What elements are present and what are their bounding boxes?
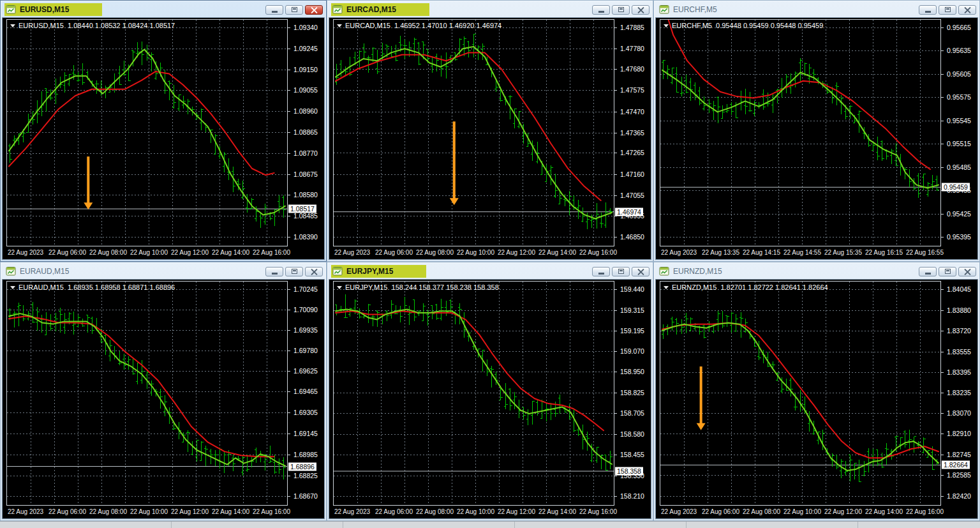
price-scale[interactable]: 1.702451.700901.699351.697801.696251.694…	[288, 281, 324, 506]
time-axis-label: 22 Aug 06:00	[702, 508, 739, 515]
window-title: EURJPY,M15	[346, 267, 393, 276]
minimize-button[interactable]	[265, 5, 283, 15]
price-tick	[614, 331, 617, 331]
close-button[interactable]	[958, 5, 976, 15]
chart-info-line[interactable]: EURNZD,M15 1.82701 1.82722 1.82641 1.826…	[664, 283, 828, 291]
price-tick-label: 1.69935	[293, 326, 318, 334]
price-tick	[941, 144, 944, 144]
price-tick-label: 1.70090	[293, 306, 318, 313]
close-button[interactable]	[632, 267, 650, 276]
time-axis[interactable]: 22 Aug 202322 Aug 06:0022 Aug 08:0022 Au…	[6, 246, 324, 259]
window-title-group: EURUSD,M15	[4, 3, 102, 16]
time-axis[interactable]: 22 Aug 202322 Aug 06:0022 Aug 08:0022 Au…	[660, 506, 977, 518]
price-tick	[288, 27, 290, 28]
restore-button[interactable]	[612, 5, 630, 15]
time-axis-label: 22 Aug 15:35	[824, 249, 862, 256]
restore-button[interactable]	[285, 267, 303, 276]
window-titlebar[interactable]: EURNZD,M15	[655, 264, 978, 279]
chart-canvas[interactable]	[334, 282, 614, 505]
price-tick	[614, 434, 617, 435]
time-axis-label: 22 Aug 2023	[334, 249, 370, 256]
chart-info-line[interactable]: EURJPY,M15 158.244 158.377 158.238 158.3…	[337, 283, 499, 291]
minimize-button[interactable]	[265, 267, 283, 276]
minimize-icon	[272, 11, 278, 13]
minimize-icon	[925, 11, 931, 13]
chart-area[interactable]: EURCAD,M15 1.46952 1.47010 1.46920 1.469…	[329, 17, 651, 260]
window-titlebar[interactable]: EURCHF,M5	[655, 2, 978, 17]
close-button[interactable]	[305, 5, 323, 15]
chart-canvas[interactable]	[660, 20, 940, 246]
chart-area[interactable]: EURNZD,M15 1.82701 1.82722 1.82641 1.826…	[655, 279, 978, 519]
chart-plot[interactable]: EURJPY,M15 158.244 158.377 158.238 158.3…	[333, 281, 614, 506]
chart-icon	[332, 266, 343, 276]
price-tick-label: 1.69625	[293, 367, 318, 375]
chart-info-line[interactable]: EURAUD,M15 1.68935 1.68958 1.68871 1.688…	[10, 283, 175, 291]
time-axis[interactable]: 22 Aug 202322 Aug 06:0022 Aug 08:0022 Au…	[6, 506, 324, 518]
restore-button[interactable]	[612, 267, 630, 276]
chevron-down-icon[interactable]	[664, 24, 669, 27]
time-axis-label: 22 Aug 16:00	[579, 249, 617, 256]
price-tick	[288, 153, 290, 154]
chevron-down-icon[interactable]	[664, 286, 669, 289]
window-titlebar[interactable]: EURUSD,M15	[2, 2, 325, 17]
chevron-down-icon[interactable]	[337, 286, 342, 289]
chevron-down-icon[interactable]	[10, 286, 15, 289]
price-tick-label: 1.47365	[620, 129, 644, 137]
price-tick	[941, 496, 944, 497]
chart-info-line[interactable]: EURUSD,M15 1.08440 1.08532 1.08424 1.085…	[10, 22, 175, 29]
time-axis[interactable]: 22 Aug 202322 Aug 06:0022 Aug 08:0022 Au…	[333, 246, 651, 259]
restore-button[interactable]	[939, 5, 956, 15]
window-titlebar[interactable]: EURCAD,M15	[329, 2, 651, 17]
chart-info-line[interactable]: EURCAD,M15 1.46952 1.47010 1.46920 1.469…	[337, 22, 501, 29]
chart-canvas[interactable]	[660, 282, 940, 505]
time-axis-label: 22 Aug 12:00	[171, 249, 209, 256]
price-scale[interactable]: 1.840451.838801.837201.835551.833951.832…	[941, 281, 977, 506]
chevron-down-icon[interactable]	[10, 24, 15, 27]
chart-window: EURNZD,M15 EURNZD,M15 1.82701 1.82722 1.…	[653, 262, 980, 521]
time-axis-label: 22 Aug 14:55	[783, 249, 821, 256]
chevron-down-icon[interactable]	[337, 24, 342, 27]
chart-area[interactable]: EURJPY,M15 158.244 158.377 158.238 158.3…	[329, 279, 651, 519]
price-scale[interactable]: 1.093401.092451.091501.090551.089601.088…	[288, 19, 324, 246]
chart-canvas[interactable]	[334, 20, 614, 246]
minimize-button[interactable]	[592, 5, 610, 15]
chart-area[interactable]: EURCHF,M5 0.95448 0.95459 0.95448 0.9545…	[655, 17, 978, 260]
time-axis-label: 22 Aug 2023	[334, 508, 370, 515]
close-button[interactable]	[305, 267, 323, 276]
window-titlebar[interactable]: EURAUD,M15	[2, 264, 325, 279]
close-icon	[311, 268, 318, 275]
window-titlebar[interactable]: EURJPY,M15	[329, 264, 651, 279]
price-scale[interactable]: 159.440159.315159.195159.070158.950158.8…	[614, 281, 651, 506]
chart-area[interactable]: EURUSD,M15 1.08440 1.08532 1.08424 1.085…	[2, 17, 325, 260]
current-price-badge: 158.358	[615, 467, 643, 476]
restore-button[interactable]	[285, 5, 303, 15]
close-button[interactable]	[632, 5, 650, 15]
chart-plot[interactable]: EURNZD,M15 1.82701 1.82722 1.82641 1.826…	[660, 281, 941, 506]
price-scale[interactable]: 1.478851.477801.476801.475751.474701.473…	[614, 19, 651, 246]
chart-info-line[interactable]: EURCHF,M5 0.95448 0.95459 0.95448 0.9545…	[664, 22, 823, 29]
minimize-button[interactable]	[592, 267, 610, 276]
chart-area[interactable]: EURAUD,M15 1.68935 1.68958 1.68871 1.688…	[2, 279, 325, 519]
chart-plot[interactable]: EURCAD,M15 1.46952 1.47010 1.46920 1.469…	[333, 19, 614, 246]
price-tick	[941, 97, 944, 98]
time-axis[interactable]: 22 Aug 202322 Aug 13:3522 Aug 14:1522 Au…	[660, 246, 977, 259]
minimize-button[interactable]	[919, 5, 937, 15]
restore-button[interactable]	[939, 267, 956, 276]
price-tick	[941, 50, 944, 51]
chart-plot[interactable]: EURCHF,M5 0.95448 0.95459 0.95448 0.9545…	[660, 19, 941, 246]
chart-canvas[interactable]	[7, 282, 287, 505]
price-tick-label: 0.95425	[947, 210, 971, 218]
price-tick	[288, 90, 290, 91]
price-tick	[941, 331, 944, 331]
sell-signal-arrow	[84, 156, 93, 209]
price-scale[interactable]: 0.956650.956350.956050.955750.955450.955…	[941, 19, 977, 246]
minimize-button[interactable]	[919, 267, 937, 276]
close-button[interactable]	[958, 267, 976, 276]
price-tick-label: 1.47575	[620, 86, 644, 94]
chart-plot[interactable]: EURUSD,M15 1.08440 1.08532 1.08424 1.085…	[6, 19, 288, 246]
time-axis-label: 22 Aug 14:00	[212, 508, 249, 515]
chart-canvas[interactable]	[7, 20, 287, 246]
chart-plot[interactable]: EURAUD,M15 1.68935 1.68958 1.68871 1.688…	[6, 281, 288, 506]
price-tick-label: 1.08675	[293, 170, 318, 178]
time-axis[interactable]: 22 Aug 202322 Aug 06:0022 Aug 08:0022 Au…	[333, 506, 651, 518]
